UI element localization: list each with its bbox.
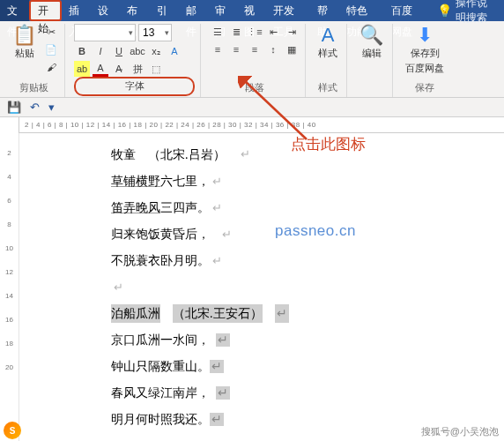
watermark: passneo.cn [275,222,356,240]
numbering-icon[interactable]: ≣ [228,24,244,40]
tab-help[interactable]: 帮助 [310,0,339,21]
group-editing: 🔍 编辑 [351,24,393,97]
cloud-save-icon: ⬇ [417,26,433,45]
group-font: 13 B I U abc x₂ A ab A A̶ 拼 ⬚ 字体 [69,24,201,97]
increase-indent-icon[interactable]: ⇥ [284,24,300,40]
menu-tabs: 文件 开始 插入 设计 布局 引用 邮件 审阅 视图 开发工具 帮助 特色功能 … [0,0,504,21]
tab-mailings[interactable]: 邮件 [179,0,208,21]
align-left-icon[interactable]: ≡ [210,41,226,57]
tab-design[interactable]: 设计 [91,0,120,21]
align-center-icon[interactable]: ≡ [228,41,244,57]
tab-home[interactable]: 开始 [29,0,62,21]
ruler-area: 2 | 4 | 6 | 8 | 10 | 12 | 14 | 16 | 18 |… [0,117,504,133]
ribbon: 📋 粘贴 ✂ 📄 🖌 剪贴板 13 B I U abc x₂ A [0,21,504,98]
styles-button[interactable]: A 样式 [315,24,341,62]
qat-undo-icon[interactable]: ↶ [30,101,40,114]
styles-group-label: 样式 [315,80,341,96]
bold-button[interactable]: B [74,43,90,59]
phonetic-button[interactable]: 拼 [130,61,145,77]
paragraph-group-label: 段落 [210,80,300,96]
poem1-author: （北宋.吕岩） [148,146,226,164]
qat-customize-icon[interactable]: ▾ [48,101,55,114]
multilevel-icon[interactable]: ⋮≡ [247,24,263,40]
group-clipboard: 📋 粘贴 ✂ 📄 🖌 剪贴板 [4,24,65,97]
paste-icon: 📋 [12,26,36,45]
strike-button[interactable]: abc [130,43,145,59]
highlight-button[interactable]: ab [74,61,90,77]
editing-button[interactable]: 🔍 编辑 [356,24,387,62]
font-group-label: 字体 [74,77,195,96]
tell-me-label: 操作说明搜索 [456,0,495,26]
tab-layout[interactable]: 布局 [120,0,149,21]
underline-button[interactable]: U [111,43,127,59]
qat-save-icon[interactable]: 💾 [7,101,21,114]
horizontal-ruler[interactable]: 2 | 4 | 6 | 8 | 10 | 12 | 14 | 16 | 18 |… [19,117,504,133]
tab-special[interactable]: 特色功能 [339,0,383,21]
annotation-callout: 点击此图标 [291,134,366,154]
group-save: ⬇ 保存到 百度网盘 保存 [397,24,453,97]
save-group-label: 保存 [402,80,448,96]
paste-button[interactable]: 📋 粘贴 [9,24,40,62]
bullets-icon[interactable]: ☰ [210,24,226,40]
image-source: 搜狐号@小吴泡泡 [421,425,499,438]
italic-button[interactable]: I [93,43,108,59]
quick-access-toolbar: 💾 ↶ ▾ [0,98,504,117]
font-color-button[interactable]: A [93,61,108,77]
tab-view[interactable]: 视图 [237,0,266,21]
line-spacing-icon[interactable]: ↕ [265,41,281,57]
styles-icon: A [322,26,335,45]
text-effects-button[interactable]: A [167,43,182,59]
return-mark-icon: ↵ [241,146,250,164]
decrease-indent-icon[interactable]: ⇤ [265,24,281,40]
tab-references[interactable]: 引用 [150,0,179,21]
tab-netdisk[interactable]: 百度网盘 [384,0,428,21]
find-icon: 🔍 [359,26,383,45]
copy-icon[interactable]: 📄 [43,41,59,57]
cut-icon[interactable]: ✂ [43,24,59,40]
align-right-icon[interactable]: ≡ [247,41,263,57]
tab-review[interactable]: 审阅 [208,0,237,21]
format-painter-icon[interactable]: 🖌 [43,59,59,75]
font-family-select[interactable] [74,24,136,41]
borders-icon[interactable]: ▦ [284,41,300,57]
group-paragraph: ☰ ≣ ⋮≡ ⇤ ⇥ ≡ ≡ ≡ ↕ ▦ 段落 [204,24,306,97]
clear-format-button[interactable]: A̶ [111,61,127,77]
vertical-ruler[interactable]: 2468101214161820 [0,133,19,441]
sub-sup-button[interactable]: x₂ [148,43,164,59]
poem2-author: （北宋.王安石） [173,304,263,323]
source-logo-icon: S [4,422,21,439]
tab-insert[interactable]: 插入 [62,0,91,21]
clipboard-group-label: 剪贴板 [9,80,59,96]
font-size-select[interactable]: 13 [138,24,172,41]
bulb-icon: 💡 [437,4,452,18]
poem1-title: 牧童 [111,146,136,164]
document-page[interactable]: 牧童 （北宋.吕岩） ↵ 草铺横野六七里，↵ 笛弄晚风三四声。↵ 归来饱饭黄昏后… [19,133,504,441]
save-to-netdisk-button[interactable]: ⬇ 保存到 百度网盘 [402,24,448,77]
tab-file[interactable]: 文件 [0,0,29,21]
char-border-button[interactable]: ⬚ [148,61,164,77]
tab-developer[interactable]: 开发工具 [266,0,310,21]
tell-me-search[interactable]: 💡 操作说明搜索 [428,0,504,21]
poem2-title: 泊船瓜洲 [111,304,160,323]
group-styles: A 样式 样式 [309,24,347,97]
